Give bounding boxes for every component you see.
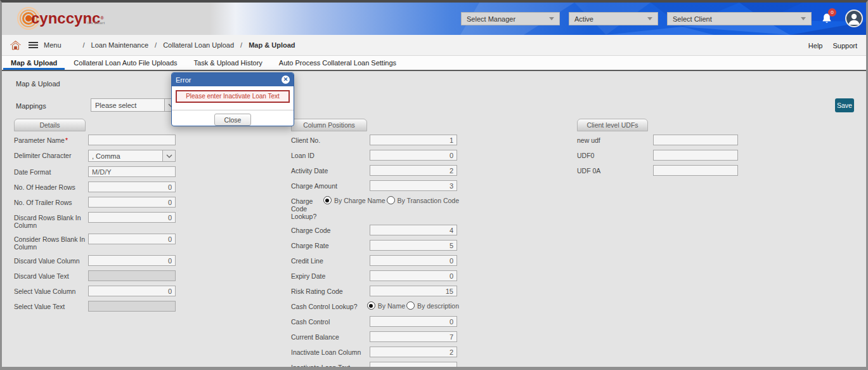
- main-panel: Map & Upload Mappings Please select Save…: [2, 72, 866, 367]
- select-value: , Comma: [89, 152, 162, 160]
- input-expiry-date[interactable]: [370, 270, 457, 281]
- hamburger-menu-icon[interactable]: [29, 41, 38, 50]
- error-modal-body: Please enter Inactivate Loan Text Close: [172, 86, 294, 126]
- select-manager-dropdown[interactable]: Select Manager: [461, 12, 560, 25]
- column-positions-section: Column Positions Client No.Loan IDActivi…: [291, 119, 459, 370]
- field-row-cash-control-lookup: Cash Control Lookup?By NameBy descriptio…: [291, 301, 459, 312]
- field-label: Risk Rating Code: [291, 286, 370, 295]
- input-consider-rows-blank-in-column[interactable]: [88, 234, 176, 244]
- app-logo[interactable]: cynccync® It's Smart: [17, 7, 104, 30]
- tab-map-upload[interactable]: Map & Upload: [3, 56, 65, 70]
- close-icon[interactable]: ✕: [282, 76, 290, 84]
- user-avatar[interactable]: [845, 10, 863, 27]
- details-section-header: Details: [14, 119, 86, 131]
- app-window: cynccync® It's Smart Select Manager Acti…: [0, 0, 868, 370]
- error-modal: Error ✕ Please enter Inactivate Loan Tex…: [171, 72, 294, 126]
- modal-close-button[interactable]: Close: [214, 114, 251, 126]
- help-support-links: Help Support: [808, 35, 857, 56]
- radio-option-by-transaction-code[interactable]: By Transaction Code: [387, 196, 459, 204]
- field-row-activity-date: Activity Date: [291, 165, 459, 176]
- breadcrumb-bar: Menu /Loan Maintenance/Collateral Loan U…: [2, 35, 866, 56]
- input-charge-amount[interactable]: [370, 180, 457, 191]
- field-label: Credit Line: [291, 255, 370, 265]
- field-row-select-value-text: Select Value Text: [14, 301, 178, 312]
- status-value: Active: [574, 15, 593, 23]
- input-discard-rows-blank-in-column[interactable]: [88, 212, 176, 223]
- radio-option-label: By Charge Name: [334, 197, 385, 204]
- save-button[interactable]: Save: [835, 98, 854, 112]
- tab-task-upload-history[interactable]: Task & Upload History: [186, 56, 270, 70]
- field-label: UDF 0A: [577, 165, 653, 175]
- input-current-balance[interactable]: [370, 331, 457, 342]
- input-select-value-column[interactable]: [88, 286, 176, 296]
- select-client-dropdown[interactable]: Select Client: [667, 12, 812, 25]
- input-no-of-trailer-rows[interactable]: [88, 197, 176, 208]
- breadcrumb-item-loan-maintenance[interactable]: Loan Maintenance: [91, 41, 149, 49]
- mappings-label: Mappings: [16, 102, 46, 110]
- input-charge-rate[interactable]: [370, 240, 457, 251]
- field-label: Discard Value Text: [14, 270, 88, 280]
- input-inactivate-loan-text[interactable]: [370, 362, 457, 370]
- client-udfs-section-header: Client level UDFs: [577, 119, 648, 131]
- chevron-down-icon: [801, 17, 806, 20]
- chevron-down-icon: [647, 17, 652, 20]
- breadcrumb-separator: /: [83, 41, 85, 49]
- input-udf-0a[interactable]: [653, 165, 738, 176]
- client-udfs-section: Client level UDFs new udfUDF0UDF 0A: [577, 119, 741, 180]
- field-label: Inactivate Loan Text: [291, 362, 370, 370]
- tab-auto-process-collateral-loan-settings[interactable]: Auto Process Collateral Loan Settings: [271, 56, 404, 70]
- select-manager-value: Select Manager: [467, 15, 515, 23]
- help-link[interactable]: Help: [808, 42, 823, 50]
- field-row-date-format: Date Format: [14, 166, 178, 177]
- status-dropdown[interactable]: Active: [569, 12, 658, 25]
- input-inactivate-loan-column[interactable]: [370, 347, 457, 357]
- field-label: UDF0: [577, 150, 653, 159]
- tab-collateral-loan-auto-file-uploads[interactable]: Collateral Loan Auto File Uploads: [66, 56, 185, 70]
- breadcrumb-separator: /: [155, 41, 157, 49]
- radio-option-by-description[interactable]: By description: [406, 301, 459, 310]
- support-link[interactable]: Support: [832, 42, 857, 50]
- field-row-parameter-name: Parameter Name*: [14, 135, 178, 145]
- notifications-button[interactable]: 0: [820, 11, 837, 27]
- input-cash-control[interactable]: [370, 316, 457, 327]
- input-loan-id[interactable]: [370, 150, 457, 161]
- radio-option-by-name[interactable]: By Name: [367, 301, 405, 310]
- input-risk-rating-code[interactable]: [370, 286, 457, 296]
- input-udf0[interactable]: [653, 150, 738, 161]
- radio-selected-icon: [323, 196, 332, 204]
- radio-option-by-charge-name[interactable]: By Charge Name: [323, 196, 385, 204]
- radio-option-label: By Transaction Code: [398, 197, 459, 204]
- field-label: Charge Amount: [291, 180, 370, 190]
- field-row-loan-id: Loan ID: [291, 150, 459, 161]
- input-credit-line[interactable]: [370, 255, 457, 266]
- radio-unselected-icon: [387, 196, 395, 204]
- input-discard-value-column[interactable]: [88, 255, 176, 266]
- field-label: Date Format: [14, 166, 88, 176]
- input-date-format[interactable]: [88, 166, 176, 177]
- breadcrumb-item-map-upload[interactable]: Map & Upload: [249, 41, 295, 49]
- field-label: Inactivate Loan Column: [291, 347, 370, 356]
- column-positions-section-header: Column Positions: [291, 119, 367, 131]
- field-row-discard-value-text: Discard Value Text: [14, 270, 178, 281]
- field-row-inactivate-loan-column: Inactivate Loan Column: [291, 347, 459, 357]
- menu-label[interactable]: Menu: [44, 41, 62, 49]
- field-label: Discard Value Column: [14, 255, 88, 265]
- topbar-controls: Select Manager Active Select Client 0: [461, 12, 866, 26]
- select-client-value: Select Client: [673, 15, 712, 23]
- input-client-no[interactable]: [370, 135, 457, 145]
- input-new-udf[interactable]: [653, 135, 738, 145]
- input-charge-code[interactable]: [370, 225, 457, 235]
- top-bar: cynccync® It's Smart Select Manager Acti…: [2, 3, 866, 35]
- field-row-discard-value-column: Discard Value Column: [14, 255, 178, 266]
- breadcrumb-item-collateral-loan-upload[interactable]: Collateral Loan Upload: [163, 41, 234, 49]
- field-label: Select Value Text: [14, 301, 88, 310]
- field-label: Parameter Name*: [14, 135, 88, 144]
- input-parameter-name[interactable]: [88, 135, 176, 145]
- required-asterisk: *: [65, 136, 68, 144]
- mappings-select[interactable]: Please select: [91, 98, 178, 112]
- home-icon[interactable]: [10, 41, 21, 50]
- field-row-new-udf: new udf: [577, 135, 741, 145]
- select-delimiter-character[interactable]: , Comma: [88, 150, 176, 162]
- input-no-of-header-rows[interactable]: [88, 182, 176, 192]
- input-activity-date[interactable]: [370, 165, 457, 176]
